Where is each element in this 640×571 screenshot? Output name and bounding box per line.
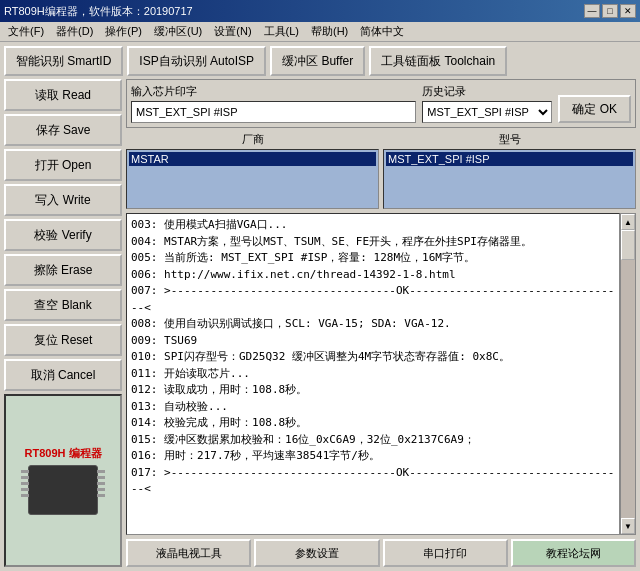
- auto-isp-button[interactable]: ISP自动识别 AutoISP: [127, 46, 266, 76]
- pin: [21, 488, 29, 491]
- write-button[interactable]: 写入 Write: [4, 184, 122, 216]
- log-line: 008: 使用自动识别调试接口，SCL: VGA-15; SDA: VGA-12…: [131, 316, 615, 333]
- right-panel: 输入芯片印字 历史记录 MST_EXT_SPI #ISP 确定 OK 厂商 MS…: [126, 79, 636, 567]
- history-select[interactable]: MST_EXT_SPI #ISP: [422, 101, 552, 123]
- lcd-tools-button[interactable]: 液晶电视工具: [126, 539, 251, 567]
- chip-pins-right: [97, 470, 105, 497]
- buffer-button[interactable]: 缓冲区 Buffer: [270, 46, 365, 76]
- main-container: 智能识别 SmartID ISP自动识别 AutoISP 缓冲区 Buffer …: [0, 42, 640, 571]
- blank-button[interactable]: 查空 Blank: [4, 289, 122, 321]
- scroll-up-button[interactable]: ▲: [621, 214, 635, 230]
- pin: [21, 470, 29, 473]
- pin: [97, 476, 105, 479]
- isp-input-group: 输入芯片印字: [131, 84, 416, 123]
- pin: [97, 482, 105, 485]
- serial-print-button[interactable]: 串口打印: [383, 539, 508, 567]
- log-line: 003: 使用模式A扫描VGA口...: [131, 217, 615, 234]
- log-line: 013: 自动校验...: [131, 399, 615, 416]
- history-label: 历史记录: [422, 84, 552, 99]
- pin: [21, 494, 29, 497]
- toolchain-button[interactable]: 工具链面板 Toolchain: [369, 46, 507, 76]
- menu-item[interactable]: 设置(N): [208, 22, 257, 41]
- pin: [97, 488, 105, 491]
- log-line: 016: 用时：217.7秒，平均速率38541字节/秒。: [131, 448, 615, 465]
- log-line: 009: TSU69: [131, 333, 615, 350]
- model-label: 型号: [383, 132, 636, 147]
- verify-button[interactable]: 校验 Verify: [4, 219, 122, 251]
- scroll-track: [621, 230, 635, 518]
- vendor-list[interactable]: MSTAR: [126, 149, 379, 209]
- log-line: 006: http://www.ifix.net.cn/thread-14392…: [131, 267, 615, 284]
- pin: [21, 476, 29, 479]
- scroll-down-button[interactable]: ▼: [621, 518, 635, 534]
- smart-id-button[interactable]: 智能识别 SmartID: [4, 46, 123, 76]
- isp-input-label: 输入芯片印字: [131, 84, 416, 99]
- vendor-label: 厂商: [126, 132, 379, 147]
- left-panel: 读取 Read 保存 Save 打开 Open 写入 Write 校验 Veri…: [4, 79, 122, 567]
- param-settings-button[interactable]: 参数设置: [254, 539, 379, 567]
- menu-item[interactable]: 工具(L): [258, 22, 305, 41]
- menu-item[interactable]: 缓冲区(U): [148, 22, 208, 41]
- pin: [21, 482, 29, 485]
- vendor-col: 厂商 MSTAR: [126, 132, 379, 209]
- content-row: 读取 Read 保存 Save 打开 Open 写入 Write 校验 Veri…: [4, 79, 636, 567]
- model-list[interactable]: MST_EXT_SPI #ISP: [383, 149, 636, 209]
- log-line: 011: 开始读取芯片...: [131, 366, 615, 383]
- read-button[interactable]: 读取 Read: [4, 79, 122, 111]
- log-line: 015: 缓冲区数据累加校验和：16位_0xC6A9，32位_0x2137C6A…: [131, 432, 615, 449]
- vendor-list-item[interactable]: MSTAR: [129, 152, 376, 166]
- log-line: 010: SPI闪存型号：GD25Q32 缓冲区调整为4M字节状态寄存器值: 0…: [131, 349, 615, 366]
- close-button[interactable]: ✕: [620, 4, 636, 18]
- open-button[interactable]: 打开 Open: [4, 149, 122, 181]
- ok-button[interactable]: 确定 OK: [558, 95, 631, 123]
- chip-info-row: 厂商 MSTAR 型号 MST_EXT_SPI #ISP: [126, 132, 636, 209]
- chip-pins-left: [21, 470, 29, 497]
- minimize-button[interactable]: —: [584, 4, 600, 18]
- menu-item[interactable]: 简体中文: [354, 22, 410, 41]
- title-bar: RT809H编程器，软件版本：20190717 — □ ✕: [0, 0, 640, 22]
- log-line: 012: 读取成功，用时：108.8秒。: [131, 382, 615, 399]
- menu-bar: 文件(F)器件(D)操作(P)缓冲区(U)设置(N)工具(L)帮助(H)简体中文: [0, 22, 640, 42]
- device-label: RT809H 编程器: [24, 446, 101, 460]
- erase-button[interactable]: 擦除 Erase: [4, 254, 122, 286]
- menu-item[interactable]: 文件(F): [2, 22, 50, 41]
- log-line: 014: 校验完成，用时：108.8秒。: [131, 415, 615, 432]
- isp-history-group: 历史记录 MST_EXT_SPI #ISP: [422, 84, 552, 123]
- log-container: 003: 使用模式A扫描VGA口...004: MSTAR方案，型号以MST、T…: [126, 213, 636, 535]
- cancel-button[interactable]: 取消 Cancel: [4, 359, 122, 391]
- chip-name-input[interactable]: [131, 101, 416, 123]
- device-chip: [28, 465, 98, 515]
- log-area[interactable]: 003: 使用模式A扫描VGA口...004: MSTAR方案，型号以MST、T…: [126, 213, 620, 535]
- log-line: 004: MSTAR方案，型号以MST、TSUM、SE、FE开头，程序在外挂SP…: [131, 234, 615, 251]
- model-col: 型号 MST_EXT_SPI #ISP: [383, 132, 636, 209]
- toolbar-row: 智能识别 SmartID ISP自动识别 AutoISP 缓冲区 Buffer …: [4, 46, 636, 76]
- model-list-item[interactable]: MST_EXT_SPI #ISP: [386, 152, 633, 166]
- scroll-thumb[interactable]: [621, 230, 635, 260]
- save-button[interactable]: 保存 Save: [4, 114, 122, 146]
- reset-button[interactable]: 复位 Reset: [4, 324, 122, 356]
- maximize-button[interactable]: □: [602, 4, 618, 18]
- pin: [97, 494, 105, 497]
- log-line: 017: >----------------------------------…: [131, 465, 615, 498]
- menu-item[interactable]: 帮助(H): [305, 22, 354, 41]
- menu-item[interactable]: 器件(D): [50, 22, 99, 41]
- window-title: RT809H编程器，软件版本：20190717: [4, 4, 193, 19]
- isp-section: 输入芯片印字 历史记录 MST_EXT_SPI #ISP 确定 OK: [126, 79, 636, 128]
- log-line: 007: >----------------------------------…: [131, 283, 615, 316]
- log-scrollbar[interactable]: ▲ ▼: [620, 213, 636, 535]
- tutorial-forum-button[interactable]: 教程论坛网: [511, 539, 636, 567]
- pin: [97, 470, 105, 473]
- menu-item[interactable]: 操作(P): [99, 22, 148, 41]
- log-line: 005: 当前所选: MST_EXT_SPI #ISP，容量: 128M位，16…: [131, 250, 615, 267]
- title-bar-buttons: — □ ✕: [584, 4, 636, 18]
- device-image: RT809H 编程器: [4, 394, 122, 567]
- bottom-toolbar: 液晶电视工具 参数设置 串口打印 教程论坛网: [126, 539, 636, 567]
